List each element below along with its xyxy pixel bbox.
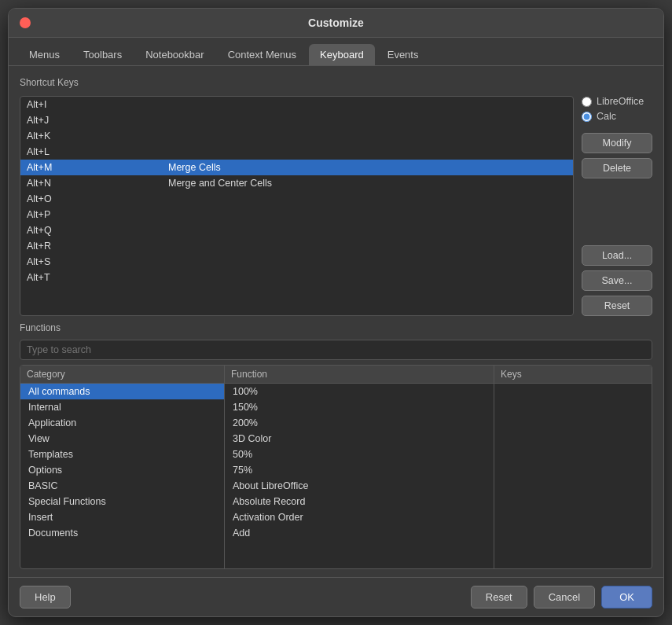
delete-button[interactable]: Delete	[582, 158, 652, 178]
keys-list	[494, 384, 652, 568]
side-buttons: LibreOffice Calc Modify Delete Load... S…	[582, 96, 652, 316]
load-button[interactable]: Load...	[582, 245, 652, 266]
modify-button[interactable]: Modify	[582, 133, 652, 153]
category-column: Category All commands Internal Applicati…	[20, 366, 225, 568]
tab-menus[interactable]: Menus	[18, 44, 71, 65]
ok-button[interactable]: OK	[601, 586, 652, 608]
shortcut-item[interactable]: Alt+T	[20, 270, 573, 285]
function-item[interactable]: Absolute Record	[225, 494, 494, 509]
tab-bar: Menus Toolbars Notebookbar Context Menus…	[9, 38, 663, 66]
category-item[interactable]: View	[20, 431, 224, 447]
shortcut-item[interactable]: Alt+L	[20, 144, 573, 160]
function-column: Function 100% 150% 200% 3D Color 50% 75%…	[225, 366, 494, 568]
category-item[interactable]: Templates	[20, 447, 224, 462]
shortcut-item[interactable]: Alt+K	[20, 128, 573, 144]
tab-events[interactable]: Events	[376, 44, 430, 65]
shortcut-item[interactable]: Alt+Q	[20, 222, 573, 238]
function-item[interactable]: 100%	[225, 384, 494, 399]
function-list[interactable]: 100% 150% 200% 3D Color 50% 75% About Li…	[225, 384, 494, 568]
tab-keyboard[interactable]: Keyboard	[309, 44, 375, 65]
radio-calc[interactable]: Calc	[582, 111, 652, 122]
title-bar: Customize	[9, 9, 663, 38]
shortcut-keys-label: Shortcut Keys	[20, 77, 652, 88]
category-item[interactable]: Special Functions	[20, 494, 224, 509]
dialog-title: Customize	[308, 17, 364, 29]
function-item[interactable]: 150%	[225, 399, 494, 415]
bottom-left: Help	[20, 586, 71, 608]
function-item[interactable]: 75%	[225, 462, 494, 478]
category-item[interactable]: BASIC	[20, 478, 224, 494]
category-item[interactable]: Options	[20, 462, 224, 478]
help-button[interactable]: Help	[20, 586, 71, 608]
category-item[interactable]: Documents	[20, 525, 224, 541]
category-item[interactable]: All commands	[20, 384, 224, 399]
shortcut-item[interactable]: Alt+O	[20, 191, 573, 207]
shortcut-item[interactable]: Alt+I	[20, 97, 573, 112]
category-item[interactable]: Insert	[20, 509, 224, 525]
save-button[interactable]: Save...	[582, 270, 652, 291]
function-item[interactable]: 50%	[225, 447, 494, 462]
reset-shortcut-button[interactable]: Reset	[582, 296, 652, 316]
shortcut-item[interactable]: Alt+S	[20, 254, 573, 270]
tab-notebookbar[interactable]: Notebookbar	[134, 44, 215, 65]
category-header: Category	[20, 366, 224, 384]
function-item[interactable]: Activation Order	[225, 509, 494, 525]
function-item[interactable]: 3D Color	[225, 431, 494, 447]
shortcut-list[interactable]: Alt+I Alt+J Alt+K Alt+L Alt+M Merg	[20, 96, 574, 316]
function-item[interactable]: 200%	[225, 415, 494, 431]
bottom-bar: Help Reset Cancel OK	[9, 577, 663, 616]
function-item[interactable]: About LibreOffice	[225, 478, 494, 494]
radio-group: LibreOffice Calc	[582, 96, 652, 122]
shortcut-item[interactable]: Alt+R	[20, 238, 573, 254]
customize-dialog: Customize Menus Toolbars Notebookbar Con…	[8, 8, 664, 617]
shortcut-item[interactable]: Alt+N Merge and Center Cells	[20, 175, 573, 191]
radio-libreoffice[interactable]: LibreOffice	[582, 96, 652, 107]
function-header: Function	[225, 366, 494, 384]
functions-section: Functions Category All commands Internal…	[20, 322, 652, 569]
category-list[interactable]: All commands Internal Application View T…	[20, 384, 224, 568]
category-item[interactable]: Application	[20, 415, 224, 431]
shortcut-item[interactable]: Alt+J	[20, 112, 573, 128]
keys-header: Keys	[494, 366, 652, 384]
bottom-right: Reset Cancel OK	[471, 586, 652, 608]
keys-column: Keys	[494, 366, 652, 568]
tab-context-menus[interactable]: Context Menus	[217, 44, 307, 65]
tab-toolbars[interactable]: Toolbars	[72, 44, 133, 65]
reset-button[interactable]: Reset	[471, 586, 527, 608]
cancel-button[interactable]: Cancel	[534, 586, 595, 608]
function-columns: Category All commands Internal Applicati…	[20, 365, 652, 569]
shortcut-item[interactable]: Alt+P	[20, 207, 573, 222]
shortcut-item-selected[interactable]: Alt+M Merge Cells	[20, 160, 573, 175]
dialog-content: Shortcut Keys Alt+I Alt+J Alt+K Alt+L	[9, 66, 663, 577]
category-item[interactable]: Internal	[20, 399, 224, 415]
functions-label: Functions	[20, 322, 652, 333]
function-item[interactable]: Add	[225, 525, 494, 541]
shortcut-area: Alt+I Alt+J Alt+K Alt+L Alt+M Merg	[20, 96, 652, 316]
search-input[interactable]	[20, 340, 652, 360]
close-button[interactable]	[20, 17, 31, 28]
